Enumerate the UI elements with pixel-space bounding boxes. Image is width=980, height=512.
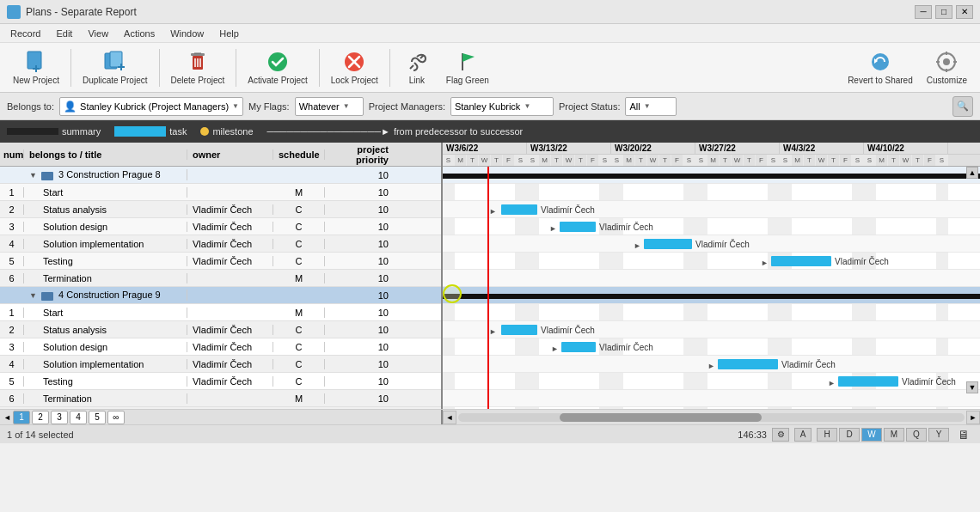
- table-row[interactable]: 5 Testing Vladimír Čech C 10: [0, 373, 441, 390]
- row-priority: 10: [325, 325, 394, 335]
- expand-icon[interactable]: ▼: [29, 171, 37, 180]
- view-btn-m[interactable]: M: [884, 428, 904, 442]
- table-body: ▼ 3 Construction Prague 8 10 1 Start M 1…: [0, 167, 441, 409]
- table-row[interactable]: 2 Status analysis Vladimír Čech C 10: [0, 201, 441, 218]
- close-button[interactable]: ✕: [956, 5, 973, 19]
- gantt-day: T: [659, 155, 671, 166]
- menu-window[interactable]: Window: [163, 27, 211, 40]
- prev-page-arrow[interactable]: ◄: [3, 413, 11, 422]
- gantt-day: F: [587, 155, 599, 166]
- table-row[interactable]: 6 Termination M 10: [0, 270, 441, 287]
- gantt-day: M: [539, 155, 551, 166]
- table-row[interactable]: 3 Solution design Vladimír Čech C 10: [0, 338, 441, 356]
- view-btn-q[interactable]: Q: [906, 428, 927, 442]
- gantt-task-bar[interactable]: [644, 239, 692, 249]
- menu-actions[interactable]: Actions: [117, 27, 162, 40]
- status-icon-2[interactable]: A: [794, 428, 812, 442]
- table-row[interactable]: 3 Solution design Vladimír Čech C 10: [0, 218, 441, 235]
- expand-icon[interactable]: ▼: [29, 291, 37, 300]
- gantt-scroll-right[interactable]: ►: [966, 411, 980, 424]
- page-btn-5[interactable]: 5: [89, 411, 106, 424]
- row-num: 6: [0, 393, 24, 404]
- view-btn-d[interactable]: D: [839, 428, 860, 442]
- row-title: ▼ 3 Construction Prague 8: [24, 169, 187, 180]
- table-row[interactable]: 1 Start M 10: [0, 184, 441, 201]
- search-button[interactable]: 🔍: [952, 96, 973, 117]
- gantt-scroll-down[interactable]: ▼: [966, 381, 978, 393]
- page-btn-4[interactable]: 4: [70, 411, 87, 424]
- gantt-task-bar[interactable]: [838, 376, 898, 387]
- gantt-task-bar[interactable]: [718, 359, 778, 369]
- view-btn-w[interactable]: W: [861, 428, 882, 442]
- gantt-task-bar[interactable]: [561, 342, 596, 352]
- toolbar-sep-1: [70, 49, 71, 87]
- duplicate-project-button[interactable]: Duplicate Project: [77, 46, 154, 89]
- status-icon-1[interactable]: ⚙: [772, 428, 789, 442]
- row-schedule: C: [273, 325, 325, 335]
- minimize-button[interactable]: ─: [915, 5, 932, 19]
- table-row[interactable]: 4 Solution implementation Vladimír Čech …: [0, 235, 441, 253]
- gantt-week-1: W3/6/22: [443, 143, 527, 154]
- revert-shared-button[interactable]: Revert to Shared: [842, 46, 919, 89]
- gantt-scroll-left[interactable]: ◄: [443, 411, 456, 424]
- table-row[interactable]: 5 Testing Vladimír Čech C 10: [0, 253, 441, 270]
- gantt-scrollbar[interactable]: ◄ ►: [443, 410, 980, 424]
- activate-project-button[interactable]: Activate Project: [242, 46, 313, 89]
- menubar: Record Edit View Actions Window Help: [0, 24, 980, 43]
- view-btn-y[interactable]: Y: [928, 428, 949, 442]
- gantt-week-3: W3/20/22: [611, 143, 695, 154]
- belongs-to-select[interactable]: 👤 Stanley Kubrick (Project Managers) ▼: [59, 97, 243, 116]
- my-flags-select[interactable]: Whatever ▼: [295, 97, 364, 116]
- menu-record[interactable]: Record: [3, 27, 47, 40]
- gantt-task-bar[interactable]: [771, 256, 831, 266]
- gantt-day: T: [467, 155, 479, 166]
- table-row[interactable]: 2 Status analysis Vladimír Čech C 10: [0, 321, 441, 338]
- link-button[interactable]: Link: [395, 46, 438, 89]
- page-btn-inf[interactable]: ∞: [107, 411, 125, 424]
- table-row[interactable]: 4 Solution implementation Vladimír Čech …: [0, 356, 441, 373]
- gantt-task-bar[interactable]: [560, 222, 596, 232]
- row-schedule: C: [273, 204, 325, 215]
- row-title: Termination: [24, 393, 187, 404]
- table-row[interactable]: 1 Start M 10: [0, 304, 441, 321]
- menu-edit[interactable]: Edit: [49, 27, 79, 40]
- table-row[interactable]: ▼ 4 Construction Prague 9 10: [0, 287, 441, 304]
- page-btn-2[interactable]: 2: [32, 411, 49, 424]
- lock-label: Lock Project: [331, 76, 378, 85]
- belongs-to-value: Stanley Kubrick (Project Managers): [80, 101, 229, 112]
- page-btn-3[interactable]: 3: [51, 411, 68, 424]
- project-managers-select[interactable]: Stanley Kubrick ▼: [450, 97, 554, 116]
- gantt-day: T: [744, 155, 756, 166]
- row-title: Status analysis: [24, 325, 187, 335]
- delete-project-button[interactable]: Delete Project: [165, 46, 231, 89]
- new-project-label: New Project: [13, 76, 59, 85]
- gantt-task-bar[interactable]: [501, 204, 537, 215]
- row-num: 4: [0, 359, 24, 369]
- maximize-button[interactable]: □: [935, 5, 952, 19]
- link-label: Link: [409, 76, 425, 85]
- row-owner: Vladimír Čech: [187, 222, 273, 232]
- gantt-scrollbar-thumb[interactable]: [560, 413, 763, 422]
- row-priority: 10: [325, 222, 394, 232]
- table-row[interactable]: ▼ 3 Construction Prague 8 10: [0, 167, 441, 184]
- menu-help[interactable]: Help: [212, 27, 246, 40]
- customize-button[interactable]: Customize: [921, 46, 973, 89]
- summary-label: summary: [62, 126, 101, 137]
- gantt-task-bar[interactable]: [501, 325, 537, 335]
- lock-project-button[interactable]: Lock Project: [325, 46, 384, 89]
- filterbar: Belongs to: 👤 Stanley Kubrick (Project M…: [0, 93, 980, 120]
- new-project-button[interactable]: New Project: [7, 46, 65, 89]
- row-priority: 10: [325, 393, 394, 404]
- table-row[interactable]: 6 Termination M 10: [0, 390, 441, 407]
- gantt-row: [443, 184, 980, 201]
- gantt-day: M: [876, 155, 888, 166]
- gantt-bar-label: Vladimír Čech: [781, 360, 836, 369]
- gantt-arrow: ►: [549, 224, 557, 233]
- project-status-select[interactable]: All ▼: [625, 97, 677, 116]
- menu-view[interactable]: View: [81, 27, 115, 40]
- flag-green-button[interactable]: Flag Green: [440, 46, 495, 89]
- titlebar-controls[interactable]: ─ □ ✕: [915, 5, 973, 19]
- page-btn-1[interactable]: 1: [13, 411, 30, 424]
- view-btn-h[interactable]: H: [817, 428, 837, 442]
- gantt-scroll-up[interactable]: ▲: [966, 167, 978, 179]
